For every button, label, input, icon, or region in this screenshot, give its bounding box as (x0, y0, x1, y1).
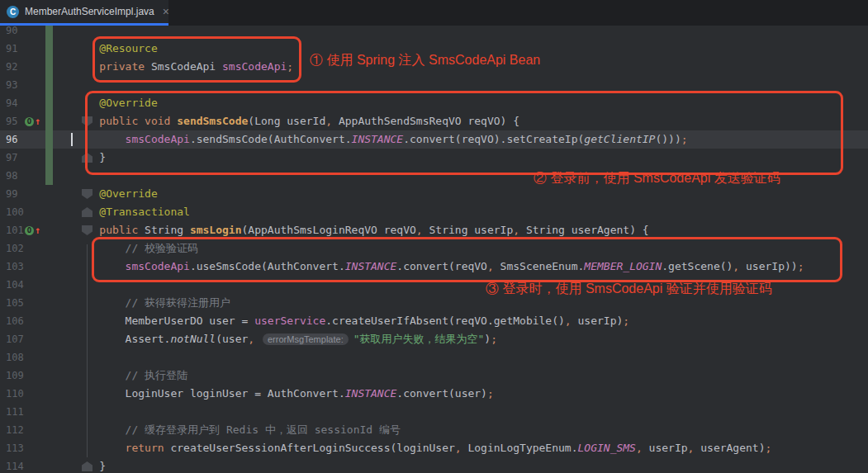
line-number[interactable]: 96 (0, 130, 25, 149)
code-token: , (565, 315, 572, 327)
line-number[interactable]: 108 (0, 348, 25, 367)
code-text[interactable]: MemberUserDO user = userService.createUs… (53, 312, 868, 330)
line-number[interactable]: 106 (0, 312, 25, 330)
code-line[interactable]: 103 smsCodeApi.useSmsCode(AuthConvert.IN… (0, 258, 868, 276)
line-number[interactable]: 97 (0, 149, 25, 167)
code-line[interactable]: 102 // 校验验证码 (0, 239, 868, 258)
code-text[interactable]: // 缓存登录用户到 Redis 中，返回 sessionId 编号 (53, 421, 868, 439)
code-token: LoginLogTypeEnum. (462, 442, 578, 454)
code-text[interactable]: @Override (53, 94, 868, 112)
line-number[interactable]: 110 (0, 385, 25, 403)
code-text[interactable]: smsCodeApi.useSmsCode(AuthConvert.INSTAN… (53, 258, 868, 276)
code-text[interactable]: public String smsLogin(AppAuthSmsLoginRe… (53, 221, 868, 239)
line-number[interactable]: 99 (0, 185, 25, 203)
line-number[interactable]: 114 (0, 457, 25, 473)
code-line[interactable]: 100 @Transactional (0, 203, 868, 221)
fold-range-guide (87, 244, 88, 457)
code-text[interactable]: // 校验验证码 (53, 239, 868, 258)
code-text[interactable] (53, 76, 868, 94)
vcs-change-bar (45, 203, 53, 221)
line-number[interactable]: 112 (0, 421, 25, 439)
code-text[interactable]: @Resource (53, 40, 868, 58)
gutter-icon-slot (25, 457, 45, 473)
code-line[interactable]: 95O↑ public void sendSmsCode(Long userId… (0, 112, 868, 130)
gutter-icon-slot (25, 276, 45, 294)
code-text[interactable]: return createUserSessionAfterLoginSucces… (53, 439, 868, 457)
override-method-icon[interactable]: O (25, 226, 34, 235)
gutter-icon-slot: O↑ (25, 112, 45, 130)
file-tab[interactable]: C MemberAuthServiceImpl.java × (0, 0, 168, 23)
code-token: private (74, 60, 151, 73)
line-number[interactable]: 107 (0, 330, 25, 348)
line-number[interactable]: 94 (0, 94, 25, 112)
gutter-icon-slot (25, 403, 45, 421)
code-token: , (513, 224, 519, 236)
line-number[interactable]: 91 (0, 40, 25, 58)
code-text[interactable]: @Override (53, 185, 868, 203)
code-text[interactable] (53, 167, 868, 185)
ide-window: C MemberAuthServiceImpl.java × 9091 @Res… (0, 0, 868, 473)
code-line[interactable]: 91 @Resource (0, 40, 868, 58)
code-text[interactable]: @Transactional (53, 203, 868, 221)
code-token: ())) (655, 133, 681, 145)
code-line[interactable]: 111 (0, 403, 868, 421)
gutter-icon-slot: O↑ (25, 221, 45, 239)
code-token: @Override (74, 97, 158, 109)
code-text[interactable]: // 获得获得注册用户 (53, 294, 868, 312)
code-line[interactable]: 99 @Override (0, 185, 868, 203)
code-text[interactable]: Assert.notNull(user, errorMsgTemplate:"获… (53, 330, 868, 348)
line-number[interactable]: 113 (0, 439, 25, 457)
line-number[interactable]: 102 (0, 239, 25, 258)
line-number[interactable]: 101 (0, 221, 25, 239)
code-line[interactable]: 104 (0, 276, 868, 294)
line-number[interactable]: 104 (0, 276, 25, 294)
code-text[interactable] (53, 276, 868, 294)
code-line[interactable]: 113 return createUserSessionAfterLoginSu… (0, 439, 868, 457)
line-number[interactable]: 98 (0, 167, 25, 185)
code-text[interactable]: private SmsCodeApi smsCodeApi; (53, 58, 868, 76)
code-line[interactable]: 92 private SmsCodeApi smsCodeApi; (0, 58, 868, 76)
code-text[interactable]: } (53, 457, 868, 473)
code-line[interactable]: 97 } (0, 149, 868, 167)
line-number[interactable]: 111 (0, 403, 25, 421)
vcs-change-bar (45, 185, 53, 203)
vcs-change-bar (45, 294, 53, 312)
code-line[interactable]: 112 // 缓存登录用户到 Redis 中，返回 sessionId 编号 (0, 421, 868, 439)
code-line[interactable]: 110 LoginUser loginUser = AuthConvert.IN… (0, 385, 868, 403)
line-number[interactable]: 103 (0, 258, 25, 276)
code-line[interactable]: 94 @Override (0, 94, 868, 112)
tab-close-icon[interactable]: × (163, 5, 169, 18)
override-method-icon[interactable]: O (25, 117, 34, 126)
code-line[interactable]: 93 (0, 76, 868, 94)
code-line[interactable]: 108 (0, 348, 868, 367)
code-editor[interactable]: 9091 @Resource92 private SmsCodeApi smsC… (0, 0, 868, 473)
code-line[interactable]: 101O↑ public String smsLogin(AppAuthSmsL… (0, 221, 868, 239)
line-number[interactable]: 100 (0, 203, 25, 221)
line-number[interactable]: 95 (0, 112, 25, 130)
gutter-icon-slot (25, 203, 45, 221)
code-text[interactable]: // 执行登陆 (53, 367, 868, 385)
code-line[interactable]: 105 // 获得获得注册用户 (0, 294, 868, 312)
code-line[interactable]: 109 // 执行登陆 (0, 367, 868, 385)
code-token: smsCodeApi (74, 133, 190, 145)
code-text[interactable]: } (53, 149, 868, 167)
line-number[interactable]: 93 (0, 76, 25, 94)
code-line[interactable]: 98 (0, 167, 868, 185)
code-token: , (416, 224, 423, 236)
code-text[interactable]: public void sendSmsCode(Long userId, App… (53, 112, 868, 130)
code-text[interactable]: smsCodeApi.sendSmsCode(AuthConvert.INSTA… (53, 130, 868, 149)
code-text[interactable]: LoginUser loginUser = AuthConvert.INSTAN… (53, 385, 868, 403)
code-line[interactable]: 106 MemberUserDO user = userService.crea… (0, 312, 868, 330)
line-number[interactable]: 92 (0, 58, 25, 76)
code-line[interactable]: 107 Assert.notNull(user, errorMsgTemplat… (0, 330, 868, 348)
code-token: @Resource (74, 42, 158, 54)
code-text[interactable] (53, 348, 868, 367)
code-line[interactable]: 96 smsCodeApi.sendSmsCode(AuthConvert.IN… (0, 130, 868, 149)
code-line[interactable]: 114 } (0, 457, 868, 473)
line-number[interactable]: 109 (0, 367, 25, 385)
override-arrow-icon: ↑ (35, 116, 40, 126)
line-number[interactable]: 105 (0, 294, 25, 312)
code-text[interactable] (53, 403, 868, 421)
code-token: .sendSmsCode(AuthConvert. (190, 133, 352, 145)
code-token: ; (798, 260, 804, 272)
